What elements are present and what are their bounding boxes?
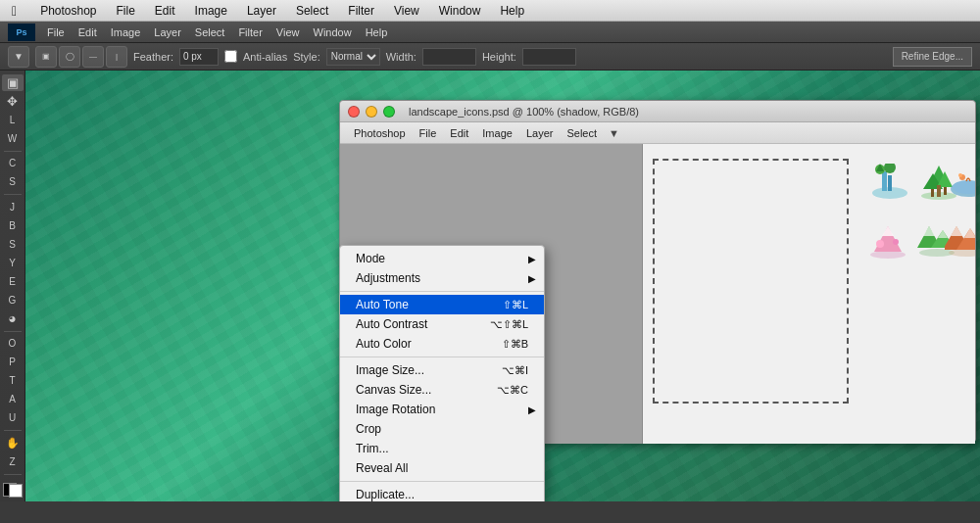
tool-crop[interactable]: C [2,156,24,172]
window-maximize-btn[interactable] [383,106,395,118]
image-size-shortcut: ⌥⌘I [502,364,528,377]
menu-item-trim-label: Trim... [356,442,389,455]
icon-pink-mountain [866,222,909,262]
ps-menu-filter[interactable]: Filter [232,24,268,40]
marquee-col-btn[interactable]: | [106,46,127,68]
auto-color-shortcut: ⇧⌘B [502,338,528,351]
tool-type[interactable]: T [2,372,24,389]
tool-brush[interactable]: B [2,217,24,234]
inner-menu-layer[interactable]: Layer [520,125,560,141]
ps-menu-help[interactable]: Help [360,24,394,40]
menu-item-auto-contrast[interactable]: Auto Contrast ⌥⇧⌘L [340,314,544,334]
window-minimize-btn[interactable] [366,106,377,118]
marquee-rect-btn[interactable]: ▣ [35,46,57,68]
tool-hand[interactable]: ✋ [2,435,24,452]
ps-menu-image[interactable]: Image [105,24,147,40]
menu-item-canvas-size[interactable]: Canvas Size... ⌥⌘C [340,380,544,400]
ps-workspace: ▣ ✥ L W C S J B S Y E G ◕ O P T A U ✋ Z [0,71,980,501]
color-boxes[interactable] [3,483,23,498]
inner-menu-image[interactable]: Image [476,125,518,141]
tool-heal[interactable]: J [2,199,24,215]
tool-move[interactable]: ✥ [2,93,24,110]
svg-point-16 [958,173,962,177]
os-menu-select[interactable]: Select [292,2,332,20]
inner-menu-photoshop[interactable]: Photoshop [348,125,412,141]
tool-wand[interactable]: W [2,130,24,147]
tool-gradient[interactable]: G [2,292,24,309]
inner-menu-file[interactable]: File [414,125,443,141]
os-menu-photoshop[interactable]: Photoshop [36,2,100,20]
ps-canvas-area: landscape_icons.psd @ 100% (shadow, RGB/… [25,71,980,501]
ps-menu-select[interactable]: Select [189,24,231,40]
menu-item-image-rotation[interactable]: Image Rotation ▶ [340,400,544,419]
os-menu-window[interactable]: Window [435,2,485,20]
tool-path[interactable]: A [2,391,24,407]
ps-menu-file[interactable]: File [41,24,71,40]
height-input[interactable] [522,48,576,66]
tool-zoom[interactable]: Z [2,453,24,470]
tool-shape[interactable]: U [2,409,24,426]
ps-menu-layer[interactable]: Layer [148,24,187,40]
tool-blur[interactable]: ◕ [2,310,24,327]
background-color[interactable] [9,484,23,498]
window-close-btn[interactable] [348,106,360,118]
ps-menu-edit[interactable]: Edit [73,24,103,40]
svg-point-20 [876,240,884,248]
os-menu-edit[interactable]: Edit [151,2,179,20]
svg-rect-11 [931,189,934,197]
menu-item-adjustments[interactable]: Adjustments ▶ [340,268,544,288]
marquee-row-btn[interactable]: — [82,46,104,68]
style-label: Style: [293,51,320,63]
os-menu-filter[interactable]: Filter [344,2,378,20]
adjustments-arrow-icon: ▶ [528,273,536,284]
tool-marquee[interactable]: ▣ [2,74,24,91]
pond-svg [947,162,975,199]
menu-item-trim[interactable]: Trim... [340,439,544,458]
menu-item-reveal-all[interactable]: Reveal All [340,458,544,478]
os-menu-layer[interactable]: Layer [243,2,280,20]
width-input[interactable] [422,48,476,66]
tool-preset-btn[interactable]: ▼ [8,46,29,68]
inner-menu-select[interactable]: Select [561,125,603,141]
menu-item-auto-tone[interactable]: Auto Tone ⇧⌘L [340,295,544,314]
ps-menu-view[interactable]: View [270,24,306,40]
waterfall-svg [868,164,911,201]
mode-arrow-icon: ▶ [528,254,536,264]
inner-menu-edit[interactable]: Edit [444,125,474,141]
style-select[interactable]: Normal [326,48,380,66]
tool-dodge[interactable]: O [2,335,24,352]
tool-eraser[interactable]: E [2,273,24,290]
tool-lasso[interactable]: L [2,112,24,128]
apple-menu[interactable]:  [8,1,21,21]
tool-pen[interactable]: P [2,354,24,370]
ps-application: Ps File Edit Image Layer Select Filter V… [0,22,980,523]
svg-point-21 [893,239,899,245]
menu-item-image-size[interactable]: Image Size... ⌥⌘I [340,360,544,380]
tool-clone[interactable]: S [2,236,24,253]
menu-item-mode-label: Mode [356,252,385,265]
tool-history[interactable]: Y [2,255,24,271]
menu-item-mode[interactable]: Mode ▶ [340,249,544,268]
menu-item-duplicate-label: Duplicate... [356,488,415,501]
menu-sep-3 [340,481,544,482]
tool-slice[interactable]: S [2,173,24,190]
image-rotation-arrow-icon: ▶ [528,404,536,415]
refine-edge-btn[interactable]: Refine Edge... [893,47,972,67]
marquee-ellipse-btn[interactable]: ◯ [59,46,80,68]
os-menu-file[interactable]: File [113,2,139,20]
svg-marker-19 [882,226,894,236]
anti-alias-checkbox[interactable] [224,50,237,63]
os-menu-view[interactable]: View [390,2,423,20]
os-menu-help[interactable]: Help [496,2,528,20]
feather-label: Feather: [133,51,173,63]
menu-item-auto-color[interactable]: Auto Color ⇧⌘B [340,334,544,354]
ps-logo: Ps [8,24,35,41]
selection-marquee [653,159,849,404]
toolbar-sep-3 [4,331,22,332]
menu-item-duplicate[interactable]: Duplicate... [340,485,544,501]
ps-menu-window[interactable]: Window [308,24,358,40]
menu-item-crop[interactable]: Crop [340,419,544,439]
height-label: Height: [482,51,516,63]
os-menu-image[interactable]: Image [191,2,231,20]
feather-input[interactable] [179,48,219,66]
